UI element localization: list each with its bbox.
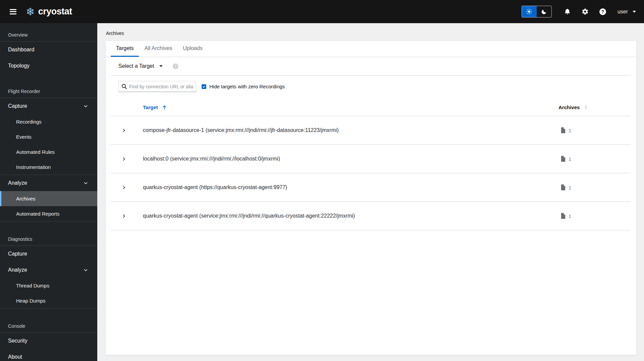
sidebar-item-automated-rules[interactable]: Automated Rules (0, 144, 97, 160)
nav-item-label: Capture (8, 103, 84, 109)
caret-down-icon (159, 65, 163, 67)
brand[interactable]: ❄ cryostat (26, 6, 72, 17)
nav-item-label: Topology (8, 63, 88, 69)
sidebar-item-about[interactable]: About (0, 349, 97, 361)
sun-icon (526, 8, 532, 15)
breadcrumb-item-archives: Archives (106, 31, 124, 36)
sidebar-group-diagnostics-analyze[interactable]: Analyze (0, 262, 97, 278)
table-row: compose-jfr-datasource-1 (service:jmx:rm… (111, 116, 631, 145)
table-row: quarkus-cryostat-agent (https://quarkus-… (111, 173, 631, 202)
breadcrumb: Archives (97, 23, 644, 41)
gear-icon (582, 8, 589, 15)
target-cell: compose-jfr-datasource-1 (service:jmx:rm… (143, 127, 339, 133)
check-icon (202, 85, 206, 88)
nav-item-label: Automated Reports (16, 211, 59, 217)
masthead: ❄ cryostat (0, 0, 644, 23)
search-icon (121, 84, 127, 89)
sidebar-item-security[interactable]: Security (0, 333, 97, 349)
nav-item-label: Recordings (16, 119, 42, 125)
nav-item-label: Thread Dumps (16, 283, 49, 288)
file-icon (561, 156, 566, 162)
tab-targets[interactable]: Targets (111, 41, 139, 57)
dark-theme-button[interactable] (537, 6, 551, 17)
caret-down-icon (633, 11, 636, 13)
target-cell: quarkus-cryostat-agent (service:jmx:rmi:… (143, 213, 355, 219)
column-header-target[interactable]: Target (143, 104, 167, 110)
sort-ascending-icon (162, 105, 167, 110)
sidebar-item-dashboard[interactable]: Dashboard (0, 42, 97, 58)
chevron-down-icon (84, 104, 88, 108)
nav-divider (0, 221, 97, 222)
hide-targets-checkbox[interactable]: Hide targets with zero Recordings (202, 84, 285, 89)
file-icon (561, 213, 566, 219)
column-header-archives[interactable]: Archives (558, 104, 588, 110)
brand-title: cryostat (38, 6, 72, 17)
expand-row-button[interactable] (119, 126, 129, 135)
nav-item-label: Capture (8, 251, 88, 257)
nav-item-label: Analyze (8, 267, 84, 273)
nav-divider (0, 308, 97, 309)
light-theme-button[interactable] (522, 6, 537, 17)
nav-item-label: Automated Rules (16, 149, 55, 155)
user-menu-dropdown[interactable]: user (618, 9, 636, 15)
archive-count: 1 (569, 185, 571, 190)
nav-item-label: Dashboard (8, 47, 88, 53)
targets-table: Target Archives (111, 99, 631, 230)
column-header-label: Target (143, 104, 158, 110)
chevron-down-icon (84, 268, 88, 272)
column-header-label: Archives (558, 104, 580, 110)
nav-item-label: Security (8, 338, 88, 344)
sort-inactive-icon (584, 105, 588, 110)
main-content: Archives Targets All Archives Uploads Se… (97, 23, 644, 361)
hamburger-icon (10, 11, 16, 12)
toolbar: Hide targets with zero Recordings (106, 76, 636, 97)
expand-row-button[interactable] (119, 211, 129, 221)
username-label: user (618, 9, 628, 15)
target-cell: quarkus-cryostat-agent (https://quarkus-… (143, 184, 287, 190)
archive-count: 1 (569, 128, 571, 133)
archives-card: Targets All Archives Uploads Select a Ta… (106, 41, 636, 355)
target-cell: localhost:0 (service:jmx:rmi:///jndi/rmi… (143, 156, 280, 162)
nav-item-label: About (8, 354, 88, 360)
nav-item-label: Instrumentation (16, 164, 51, 170)
archives-tabs: Targets All Archives Uploads (106, 41, 636, 57)
nav-item-label: Archives (16, 196, 36, 201)
sidebar-item-events[interactable]: Events (0, 129, 97, 144)
sidebar-group-analyze[interactable]: Analyze (0, 175, 97, 191)
checkbox-checked (202, 84, 206, 89)
settings-button[interactable] (581, 7, 589, 16)
nav-item-label: Heap Dumps (16, 298, 46, 304)
sidebar-item-diagnostics-capture[interactable]: Capture (0, 246, 97, 262)
nav-menu-toggle-button[interactable] (8, 6, 18, 17)
file-icon (561, 127, 566, 133)
sidebar-item-archives[interactable]: Archives (0, 191, 97, 206)
chevron-right-icon (122, 185, 126, 190)
tab-uploads[interactable]: Uploads (177, 41, 208, 57)
archive-count: 1 (569, 156, 571, 162)
nav-section-console: Console (0, 323, 97, 329)
expand-row-button[interactable] (119, 154, 129, 164)
sidebar-item-recordings[interactable]: Recordings (0, 114, 97, 129)
chevron-right-icon (122, 128, 126, 133)
chevron-right-icon (122, 214, 126, 218)
nav-section-diagnostics: Diagnostics (0, 236, 97, 242)
expand-row-button[interactable] (119, 183, 129, 192)
target-select-row: Select a Target i (111, 57, 631, 76)
sidebar-item-instrumentation[interactable]: Instrumentation (0, 160, 97, 175)
help-button[interactable]: ? (599, 8, 607, 16)
sidebar-item-heap-dumps[interactable]: Heap Dumps (0, 293, 97, 308)
sidebar-item-topology[interactable]: Topology (0, 58, 97, 74)
sidebar-group-capture[interactable]: Capture (0, 98, 97, 114)
search-input[interactable] (118, 81, 196, 92)
hamburger-icon (10, 9, 16, 10)
sidebar-item-automated-reports[interactable]: Automated Reports (0, 206, 97, 221)
tab-all-archives[interactable]: All Archives (139, 41, 177, 57)
nav-section-flight-recorder: Flight Recorder (0, 88, 97, 95)
sidebar-nav: Overview Dashboard Topology Flight Recor… (0, 23, 97, 361)
target-select-toggle[interactable]: Select a Target (118, 63, 163, 69)
table-header-row: Target Archives (111, 99, 631, 116)
moon-icon (541, 9, 547, 15)
notifications-button[interactable] (563, 7, 572, 16)
info-icon[interactable]: i (173, 63, 178, 69)
sidebar-item-thread-dumps[interactable]: Thread Dumps (0, 278, 97, 293)
